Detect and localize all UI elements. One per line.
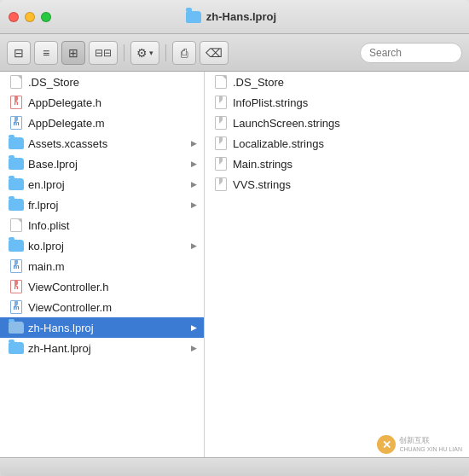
folder-icon (9, 321, 24, 334)
window-controls (9, 12, 51, 22)
item-label: InfoPlist.strings (233, 96, 462, 109)
list-item[interactable]: zh-Hant.lproj ▶ (0, 338, 204, 358)
strings-icon (213, 177, 229, 191)
list-item[interactable]: ko.lproj ▶ (0, 235, 204, 256)
maximize-button[interactable] (41, 12, 51, 22)
column-view-button[interactable]: ⊞ (61, 41, 85, 65)
item-label: zh-Hant.lproj (28, 342, 187, 355)
action-menu-button[interactable]: ⚙ ▾ (130, 41, 159, 65)
item-label: VVS.strings (233, 178, 462, 191)
list-item[interactable]: h AppDelegate.h (0, 92, 204, 113)
title-folder-icon (186, 11, 201, 23)
item-label: .DS_Store (233, 76, 462, 89)
file-icon (9, 218, 24, 232)
coverflow-icon: ⊟⊟ (95, 47, 112, 59)
list-view-button[interactable]: ≡ (34, 41, 58, 65)
title-text: zh-Hans.lproj (206, 10, 276, 23)
item-label: Assets.xcassets (28, 137, 187, 150)
folder-icon (9, 177, 24, 191)
folder-icon (9, 341, 24, 355)
item-label: en.lproj (28, 178, 187, 191)
watermark-logo: ✕ (377, 435, 396, 454)
separator-2 (165, 44, 166, 61)
item-label: zh-Hans.lproj (28, 322, 187, 334)
list-item[interactable]: m main.m (0, 256, 204, 276)
right-pane: .DS_Store InfoPlist.strings LaunchScreen… (205, 72, 469, 457)
list-item[interactable]: LaunchScreen.strings (205, 113, 469, 133)
item-label: LaunchScreen.strings (233, 117, 462, 130)
share-button[interactable]: ⎙ (172, 41, 196, 65)
back-button[interactable]: ⌫ (200, 41, 229, 65)
item-label: Base.lproj (28, 158, 187, 171)
arrow-icon: ▶ (191, 241, 197, 250)
arrow-icon: ▶ (191, 139, 197, 148)
m-file-icon: m (9, 300, 24, 314)
item-label: AppDelegate.m (28, 117, 197, 130)
list-item[interactable]: Localizable.strings (205, 133, 469, 154)
list-item[interactable]: m AppDelegate.m (0, 113, 204, 133)
separator-1 (124, 44, 124, 61)
finder-window: zh-Hans.lproj ⊟ ≡ ⊞ ⊟⊟ ⚙ ▾ ⎙ ⌫ (0, 0, 469, 476)
arrow-icon: ▶ (191, 323, 197, 332)
strings-icon (213, 116, 229, 130)
item-label: AppDelegate.h (28, 96, 197, 109)
item-label: fr.lproj (28, 199, 187, 212)
list-item[interactable]: Main.strings (205, 154, 469, 174)
strings-icon (213, 96, 229, 109)
arrow-icon: ▶ (191, 344, 197, 352)
list-item[interactable]: Assets.xcassets ▶ (0, 133, 204, 154)
list-item[interactable]: Base.lproj ▶ (0, 154, 204, 174)
strings-icon (213, 157, 229, 171)
list-item[interactable]: fr.lproj ▶ (0, 194, 204, 215)
list-item[interactable]: .DS_Store (0, 72, 204, 92)
sidebar-icon: ⊟ (14, 46, 24, 60)
list-item-selected[interactable]: zh-Hans.lproj ▶ (0, 317, 204, 338)
arrow-icon: ▶ (191, 160, 197, 168)
list-icon: ≡ (43, 46, 49, 60)
list-item[interactable]: m ViewController.m (0, 297, 204, 317)
sidebar-toggle-button[interactable]: ⊟ (7, 41, 31, 65)
watermark-label: 创新互联 CHUANG XIN HU LIAN (399, 436, 462, 454)
m-file-icon: m (9, 259, 24, 273)
item-label: .DS_Store (28, 76, 197, 89)
chevron-down-icon: ▾ (149, 49, 153, 57)
search-input[interactable] (360, 43, 462, 63)
window-title: zh-Hans.lproj (61, 10, 401, 23)
item-label: ViewController.m (28, 301, 197, 314)
share-icon: ⎙ (181, 46, 188, 60)
h-file-icon: h (9, 96, 24, 109)
folder-icon (9, 198, 24, 212)
watermark: ✕ 创新互联 CHUANG XIN HU LIAN (377, 435, 462, 454)
watermark-symbol: ✕ (382, 438, 391, 451)
titlebar: zh-Hans.lproj (0, 0, 469, 34)
item-label: Info.plist (28, 219, 197, 232)
list-item[interactable]: InfoPlist.strings (205, 92, 469, 113)
file-icon (9, 75, 24, 89)
toolbar: ⊟ ≡ ⊞ ⊟⊟ ⚙ ▾ ⎙ ⌫ (0, 34, 469, 72)
content-area: .DS_Store h AppDelegate.h m AppDelegate.… (0, 72, 469, 457)
watermark-line1: 创新互联 (399, 436, 462, 446)
arrow-icon: ▶ (191, 180, 197, 189)
arrow-icon: ▶ (191, 200, 197, 209)
folder-icon (9, 136, 24, 150)
list-item[interactable]: .DS_Store (205, 72, 469, 92)
close-button[interactable] (9, 12, 19, 22)
strings-icon (213, 136, 229, 150)
back-icon: ⌫ (206, 46, 223, 60)
file-icon (213, 75, 229, 89)
list-item[interactable]: h ViewController.h (0, 276, 204, 297)
item-label: ViewController.h (28, 281, 197, 293)
minimize-button[interactable] (25, 12, 35, 22)
column-icon: ⊞ (68, 46, 78, 60)
cover-flow-button[interactable]: ⊟⊟ (89, 41, 118, 65)
item-label: ko.lproj (28, 240, 187, 253)
item-label: main.m (28, 260, 197, 273)
folder-icon (9, 157, 24, 171)
item-label: Localizable.strings (233, 137, 462, 150)
item-label: Main.strings (233, 158, 462, 171)
h-file-icon: h (9, 280, 24, 293)
list-item[interactable]: VVS.strings (205, 174, 469, 194)
list-item[interactable]: en.lproj ▶ (0, 174, 204, 194)
statusbar (0, 457, 469, 476)
list-item[interactable]: Info.plist (0, 215, 204, 235)
